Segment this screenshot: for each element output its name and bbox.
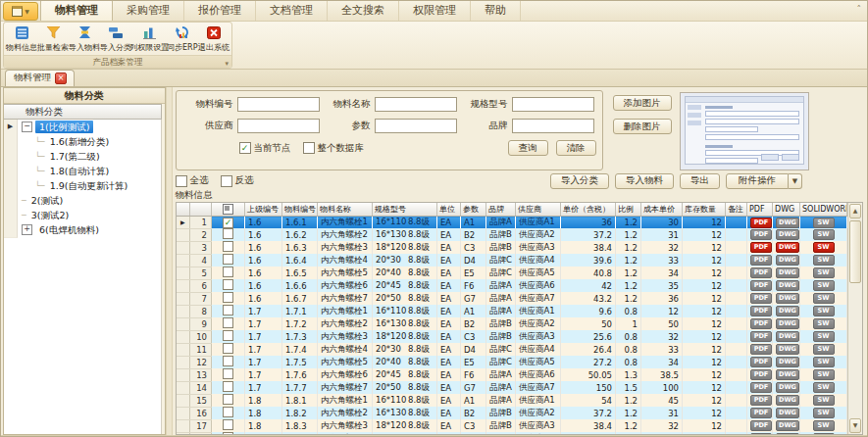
dwg-button[interactable]: DWG xyxy=(776,357,799,367)
expand-node-icon[interactable]: + xyxy=(22,224,32,235)
add-image-button[interactable]: 添加图片 xyxy=(613,95,672,111)
pdf-button[interactable]: PDF xyxy=(750,267,772,278)
ribbon-button-5[interactable]: 列权限设置 xyxy=(131,24,167,55)
row-checkbox[interactable] xyxy=(212,279,245,292)
row-checkbox[interactable] xyxy=(212,407,245,419)
row-checkbox[interactable] xyxy=(212,381,245,394)
application-menu-button[interactable]: ▼ xyxy=(3,2,38,21)
pdf-button[interactable]: PDF xyxy=(750,293,772,304)
tree-node-4[interactable]: └─1.8(自动计算) xyxy=(4,164,161,178)
grid-header-8[interactable]: 供应商 xyxy=(516,203,561,217)
solidworks-button[interactable]: SW xyxy=(813,433,835,435)
dwg-button[interactable]: DWG xyxy=(776,218,799,228)
grid-header-6[interactable]: 参数 xyxy=(461,203,486,217)
ribbon-tab-6[interactable]: 权限管理 xyxy=(399,0,471,21)
solidworks-button[interactable]: SW xyxy=(813,242,835,253)
row-checkbox[interactable] xyxy=(212,254,245,267)
grid-header-11[interactable]: 成本单价 xyxy=(641,203,683,217)
tree-node-1[interactable]: ▶−1(比例测试) xyxy=(4,120,161,134)
row-checkbox[interactable] xyxy=(212,356,245,368)
scroll-up-icon[interactable]: ▲ xyxy=(849,204,861,218)
attachment-button[interactable]: 附件操作 xyxy=(726,173,789,189)
pdf-button[interactable]: PDF xyxy=(750,218,772,228)
grid-header-4[interactable]: 规格型号 xyxy=(373,203,437,217)
row-checkbox[interactable] xyxy=(212,228,245,241)
pdf-button[interactable]: PDF xyxy=(750,255,772,266)
row-checkbox[interactable] xyxy=(212,267,245,279)
import-material-button[interactable]: 导入物料 xyxy=(615,173,674,189)
row-checkbox[interactable] xyxy=(212,432,245,435)
dwg-button[interactable]: DWG xyxy=(776,293,799,304)
table-row[interactable]: 91.71.7.2内六角螺栓216*1308.8级EAB2品牌B供应商A2501… xyxy=(177,317,847,330)
dwg-button[interactable]: DWG xyxy=(776,433,799,435)
dwg-button[interactable]: DWG xyxy=(776,331,799,342)
ribbon-tab-4[interactable]: 文档管理 xyxy=(256,0,328,21)
table-row[interactable]: 61.61.6.6内六角螺栓620*458.8级EAF6品牌A供应商A6421.… xyxy=(177,279,847,292)
scroll-down-icon[interactable]: ▼ xyxy=(849,418,861,433)
solidworks-button[interactable]: SW xyxy=(813,293,835,304)
solidworks-button[interactable]: SW xyxy=(813,218,835,228)
dwg-button[interactable]: DWG xyxy=(776,395,799,406)
row-checkbox[interactable] xyxy=(212,330,245,343)
ribbon-tab-2[interactable]: 采购管理 xyxy=(113,0,184,21)
grid-header-9[interactable]: 单价（含税） xyxy=(561,203,616,217)
grid-header-13[interactable]: 备注 xyxy=(726,203,747,217)
ribbon-button-2[interactable]: 批量检索 xyxy=(37,24,69,55)
ribbon-button-6[interactable]: 同步ERP xyxy=(167,24,198,55)
row-checkbox[interactable] xyxy=(212,305,245,317)
ribbon-tab-5[interactable]: 全文搜索 xyxy=(328,0,399,21)
tree-node-6[interactable]: ─2(测试) xyxy=(4,193,161,208)
dwg-button[interactable]: DWG xyxy=(776,369,799,380)
solidworks-button[interactable]: SW xyxy=(813,420,835,431)
tree-node-8[interactable]: +6(电焊机物料) xyxy=(4,222,161,237)
scrollbar-thumb[interactable] xyxy=(849,220,861,283)
search-input-3[interactable] xyxy=(512,97,594,112)
tree-node-5[interactable]: └─1.9(自动更新计算) xyxy=(4,178,161,193)
table-row[interactable]: 51.61.6.5内六角螺栓520*408.8级EAE5品牌C供应商A540.8… xyxy=(177,267,847,279)
solidworks-button[interactable]: SW xyxy=(813,229,835,240)
tree-node-3[interactable]: └─1.7(第二级) xyxy=(4,149,161,164)
search-input-2[interactable] xyxy=(375,97,457,112)
collapse-node-icon[interactable]: − xyxy=(22,121,32,132)
row-checkbox[interactable] xyxy=(212,241,245,254)
ribbon-tab-7[interactable]: 帮助 xyxy=(471,0,521,21)
ribbon-button-1[interactable]: 物料信息 xyxy=(6,24,37,55)
solidworks-button[interactable]: SW xyxy=(813,306,835,316)
solidworks-button[interactable]: SW xyxy=(813,318,835,329)
table-row[interactable]: 151.81.8.1内六角螺栓116*1108.8级EAA1品牌A供应商A154… xyxy=(177,394,847,407)
row-checkbox[interactable] xyxy=(212,368,245,381)
grid-header-5[interactable]: 单位 xyxy=(437,203,461,217)
row-checkbox[interactable] xyxy=(212,292,245,305)
pdf-button[interactable]: PDF xyxy=(750,420,772,431)
row-checkbox[interactable] xyxy=(212,394,245,407)
dwg-button[interactable]: DWG xyxy=(776,382,799,393)
grid-header-checkbox[interactable] xyxy=(212,203,245,217)
solidworks-button[interactable]: SW xyxy=(813,382,835,393)
grid-header-14[interactable]: PDF xyxy=(747,203,773,217)
material-image-thumbnail[interactable] xyxy=(680,92,809,170)
panel-splitter[interactable] xyxy=(166,87,173,435)
dwg-button[interactable]: DWG xyxy=(776,255,799,266)
ribbon-button-3[interactable]: 导入物料 xyxy=(69,24,100,55)
table-row[interactable]: 121.71.7.5内六角螺栓520*408.8级EAE5品牌C供应商A527.… xyxy=(177,356,847,368)
dwg-button[interactable]: DWG xyxy=(776,408,799,418)
tree-node-7[interactable]: ─3(测试2) xyxy=(4,208,161,222)
table-row[interactable]: 131.71.7.6内六角螺栓620*458.8级EAF6品牌A供应商A650.… xyxy=(177,368,847,381)
grid-header-1[interactable]: 上级编号 xyxy=(245,203,282,217)
solidworks-button[interactable]: SW xyxy=(813,331,835,342)
whole-database-checkbox[interactable]: 整个数据库 xyxy=(303,142,365,155)
select-all-checkbox[interactable]: 全选 xyxy=(176,174,209,187)
table-row[interactable]: 141.71.7.7内六角螺栓720*508.8级EAG7品牌A供应商A7150… xyxy=(177,381,847,394)
table-row[interactable]: 171.81.8.3内六角螺栓318*1208.8级EAC3品牌B供应商A338… xyxy=(177,419,847,432)
solidworks-button[interactable]: SW xyxy=(813,369,835,380)
grid-header-16[interactable]: SOLIDWORKS xyxy=(800,203,847,217)
search-input-1[interactable] xyxy=(237,97,320,112)
grid-header-10[interactable]: 比例 xyxy=(616,203,641,217)
pdf-button[interactable]: PDF xyxy=(750,369,772,380)
grid-header-7[interactable]: 品牌 xyxy=(486,203,516,217)
table-row[interactable]: 71.61.6.7内六角螺栓720*508.8级EAG7品牌A供应商A743.2… xyxy=(177,292,847,305)
solidworks-button[interactable]: SW xyxy=(813,280,835,291)
solidworks-button[interactable]: SW xyxy=(813,255,835,266)
solidworks-button[interactable]: SW xyxy=(813,395,835,406)
table-row[interactable]: ▶1✓1.61.6.1内六角螺栓116*1108.8级EAA1品牌A供应商A13… xyxy=(177,217,847,229)
